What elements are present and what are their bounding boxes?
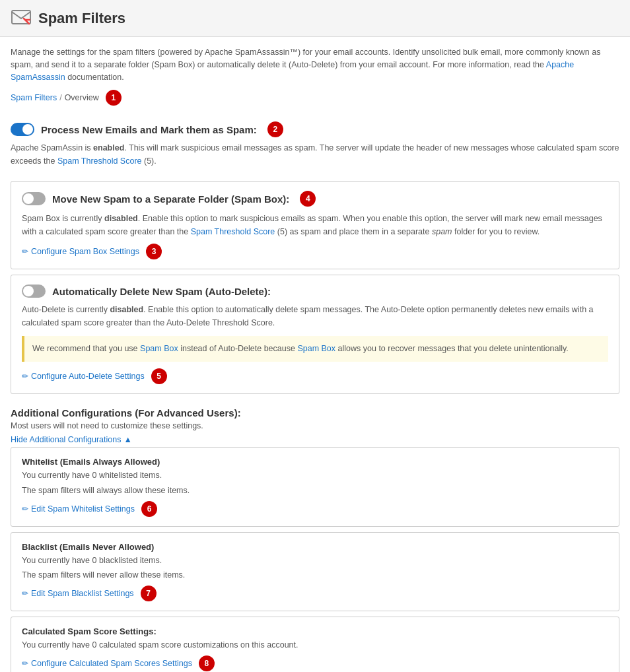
pencil-icon-calculated: ✏ xyxy=(22,659,28,668)
page-description: Manage the settings for the spam filters… xyxy=(11,46,619,83)
spam-box-toggle[interactable] xyxy=(22,192,46,205)
configure-auto-delete-link[interactable]: Configure Auto-Delete Settings xyxy=(31,372,145,381)
whitelist-count: You currently have 0 whitelisted items. xyxy=(22,469,608,482)
spam-box-link-row: ✏ Configure Spam Box Settings 3 xyxy=(22,244,608,259)
apache-spamassassin-link[interactable]: Apache SpamAssassin xyxy=(11,60,574,82)
spam-filters-icon xyxy=(11,7,32,30)
annotation-3: 3 xyxy=(146,244,162,259)
blacklist-section: Blacklist (Emails Never Allowed) You cur… xyxy=(11,532,619,612)
auto-delete-toggle[interactable] xyxy=(22,285,46,298)
auto-delete-header: Automatically Delete New Spam (Auto-Dele… xyxy=(22,285,608,298)
process-body: Apache SpamAssin is enabled. This will m… xyxy=(11,141,619,168)
process-title: Process New Emails and Mark them as Spam… xyxy=(41,124,257,135)
hide-additional-link[interactable]: Hide Additional Configurations ▲ xyxy=(11,435,132,444)
blacklist-desc: The spam filters will never allow these … xyxy=(22,569,608,582)
annotation-2: 2 xyxy=(267,121,283,137)
calculated-link-row: ✏ Configure Calculated Spam Scores Setti… xyxy=(22,655,608,671)
whitelist-section: Whitelist (Emails Always Allowed) You cu… xyxy=(11,447,619,527)
annotation-4: 4 xyxy=(300,191,316,207)
calculated-title: Calculated Spam Score Settings: xyxy=(22,626,608,636)
spam-box-section: Move New Spam to a Separate Folder (Spam… xyxy=(11,181,619,269)
process-section: Process New Emails and Mark them as Spam… xyxy=(11,115,619,176)
configure-spam-box-link[interactable]: Configure Spam Box Settings xyxy=(31,247,139,256)
pencil-icon-whitelist: ✏ xyxy=(22,504,28,514)
annotation-8: 8 xyxy=(199,655,215,671)
page-header: Spam Filters xyxy=(0,0,630,37)
additional-subtitle: Most users will not need to customize th… xyxy=(11,421,619,430)
page-title: Spam Filters xyxy=(38,10,125,27)
spam-box-title: Move New Spam to a Separate Folder (Spam… xyxy=(52,193,289,205)
spam-threshold-score-link2[interactable]: Spam Threshold Score xyxy=(191,227,275,236)
breadcrumb-separator: / xyxy=(59,93,61,102)
pencil-icon-autodelete: ✏ xyxy=(22,372,28,381)
spam-box-warning-link1[interactable]: Spam Box xyxy=(140,344,178,353)
additional-section: Additional Configurations (For Advanced … xyxy=(11,399,619,447)
whitelist-link-row: ✏ Edit Spam Whitelist Settings 6 xyxy=(22,501,608,517)
breadcrumb-overview: Overview xyxy=(65,93,99,102)
auto-delete-section: Automatically Delete New Spam (Auto-Dele… xyxy=(11,275,619,394)
pencil-icon-blacklist: ✏ xyxy=(22,589,28,598)
spam-box-header: Move New Spam to a Separate Folder (Spam… xyxy=(22,191,608,207)
blacklist-title: Blacklist (Emails Never Allowed) xyxy=(22,542,608,552)
calculated-count: You currently have 0 calculated spam sco… xyxy=(22,639,608,652)
annotation-7: 7 xyxy=(141,586,157,601)
whitelist-desc: The spam filters will always allow these… xyxy=(22,485,608,497)
configure-calculated-link[interactable]: Configure Calculated Spam Scores Setting… xyxy=(31,659,192,668)
auto-delete-link-row: ✏ Configure Auto-Delete Settings 5 xyxy=(22,368,608,384)
pencil-icon-spambox: ✏ xyxy=(22,247,28,256)
whitelist-title: Whitelist (Emails Always Allowed) xyxy=(22,457,608,467)
breadcrumb: Spam Filters / Overview 1 xyxy=(11,90,619,106)
spam-threshold-score-link[interactable]: Spam Threshold Score xyxy=(57,156,142,166)
calculated-section: Calculated Spam Score Settings: You curr… xyxy=(11,617,619,672)
auto-delete-title: Automatically Delete New Spam (Auto-Dele… xyxy=(52,286,271,297)
chevron-up-icon: ▲ xyxy=(123,435,131,444)
annotation-1: 1 xyxy=(106,90,122,106)
annotation-5: 5 xyxy=(151,368,167,384)
edit-whitelist-link[interactable]: Edit Spam Whitelist Settings xyxy=(31,504,135,514)
annotation-6: 6 xyxy=(141,501,157,517)
process-header: Process New Emails and Mark them as Spam… xyxy=(11,121,619,137)
process-toggle[interactable] xyxy=(11,123,34,136)
hide-link-label: Hide Additional Configurations xyxy=(11,435,121,444)
blacklist-count: You currently have 0 blacklisted items. xyxy=(22,554,608,567)
blacklist-link-row: ✏ Edit Spam Blacklist Settings 7 xyxy=(22,586,608,601)
auto-delete-body: Auto-Delete is currently disabled. Enabl… xyxy=(22,303,608,329)
main-content: Manage the settings for the spam filters… xyxy=(0,37,630,672)
additional-title: Additional Configurations (For Advanced … xyxy=(11,407,619,419)
breadcrumb-spam-filters[interactable]: Spam Filters xyxy=(11,93,57,102)
spam-box-warning-link2[interactable]: Spam Box xyxy=(297,344,335,353)
spam-box-body: Spam Box is currently disabled. Enable t… xyxy=(22,212,608,238)
edit-blacklist-link[interactable]: Edit Spam Blacklist Settings xyxy=(31,589,134,598)
auto-delete-warning: We recommend that you use Spam Box inste… xyxy=(22,336,608,362)
